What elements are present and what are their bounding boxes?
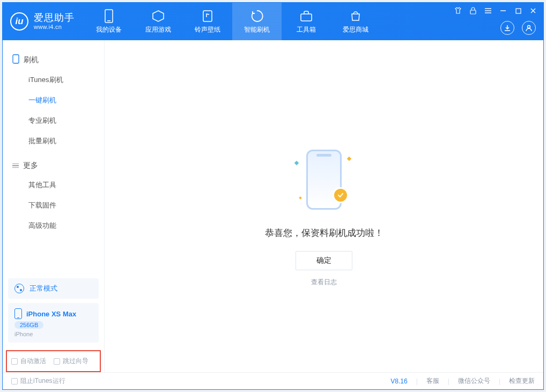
ringtone-icon	[201, 9, 215, 23]
phone-icon	[12, 54, 19, 65]
main-content: 恭喜您，保资料刷机成功啦！ 确定 查看日志	[105, 40, 543, 372]
checkmark-badge-icon	[333, 187, 349, 203]
lock-icon[interactable]	[468, 6, 478, 16]
link-check-update[interactable]: 检查更新	[509, 376, 535, 386]
sidebar: 刷机 iTunes刷机 一键刷机 专业刷机 批量刷机 更多 其他工具 下载固件 …	[3, 40, 105, 372]
checkbox-icon	[11, 378, 18, 384]
storage-badge: 256GB	[14, 321, 43, 329]
header-action-icons	[500, 21, 536, 35]
success-message: 恭喜您，保资料刷机成功啦！	[265, 227, 383, 239]
download-icon[interactable]	[500, 21, 514, 35]
tab-toolbox[interactable]: 工具箱	[282, 3, 331, 40]
statusbar: 阻止iTunes运行 V8.16 | 客服 | 微信公众号 | 检查更新	[3, 372, 543, 389]
checkbox-icon	[11, 358, 18, 365]
brand: iu 爱思助手 www.i4.cn	[3, 3, 84, 40]
sidebar-section-flash: 刷机 iTunes刷机 一键刷机 专业刷机 批量刷机	[3, 50, 104, 157]
tab-my-device[interactable]: 我的设备	[84, 3, 134, 40]
view-log-link[interactable]: 查看日志	[311, 278, 337, 287]
device-icon	[102, 9, 116, 23]
svg-rect-2	[203, 11, 212, 21]
flash-icon	[250, 9, 264, 23]
body: 刷机 iTunes刷机 一键刷机 专业刷机 批量刷机 更多 其他工具 下载固件 …	[3, 40, 543, 372]
sidebar-item-itunes-flash[interactable]: iTunes刷机	[3, 70, 104, 90]
sidebar-item-batch-flash[interactable]: 批量刷机	[3, 131, 104, 151]
menu-icon[interactable]	[483, 6, 493, 16]
sidebar-item-download-firmware[interactable]: 下载固件	[3, 195, 104, 216]
maximize-button[interactable]	[513, 6, 523, 16]
svg-point-6	[528, 26, 530, 28]
close-button[interactable]	[528, 6, 538, 16]
success-illustration	[281, 142, 367, 217]
device-small-icon	[14, 308, 22, 319]
tab-smart-flash[interactable]: 智能刷机	[232, 3, 282, 40]
minimize-button[interactable]	[498, 6, 508, 16]
version-label[interactable]: V8.16	[390, 378, 407, 385]
sidebar-item-oneclick-flash[interactable]: 一键刷机	[3, 90, 104, 110]
sidebar-item-advanced[interactable]: 高级功能	[3, 216, 104, 236]
device-card[interactable]: iPhone XS Max 256GB iPhone	[8, 303, 99, 343]
sidebar-header-flash: 刷机	[3, 50, 104, 70]
svg-rect-3	[301, 14, 312, 21]
device-name: iPhone XS Max	[26, 310, 76, 318]
svg-rect-5	[516, 9, 521, 13]
options-highlight-box: 自动激活 跳过向导	[6, 350, 101, 372]
sparkle-icon	[299, 196, 302, 199]
sparkle-icon	[347, 157, 351, 161]
main-tabs: 我的设备 应用游戏 铃声壁纸 智能刷机 工具箱 爱思商城	[84, 3, 380, 40]
tab-ringtone-wallpaper[interactable]: 铃声壁纸	[183, 3, 232, 40]
brand-subtitle: www.i4.cn	[34, 24, 75, 31]
checkbox-skip-guide[interactable]: 跳过向导	[54, 357, 88, 366]
brand-logo-icon: iu	[10, 12, 28, 31]
ok-button[interactable]: 确定	[296, 251, 352, 270]
menu-icon	[12, 164, 19, 168]
svg-rect-1	[107, 20, 110, 21]
sidebar-section-more: 更多 其他工具 下载固件 高级功能	[3, 157, 104, 241]
result-panel: 恭喜您，保资料刷机成功啦！ 确定 查看日志	[265, 142, 383, 287]
link-support[interactable]: 客服	[426, 376, 439, 386]
sidebar-bottom: 正常模式 iPhone XS Max 256GB iPhone	[3, 273, 104, 347]
tab-apps-games[interactable]: 应用游戏	[134, 3, 183, 40]
mode-icon	[14, 284, 24, 293]
checkbox-auto-activate[interactable]: 自动激活	[11, 357, 46, 366]
mode-card[interactable]: 正常模式	[8, 278, 99, 299]
user-icon[interactable]	[522, 21, 536, 35]
link-wechat[interactable]: 微信公众号	[458, 376, 490, 386]
svg-rect-7	[13, 55, 19, 63]
app-window: iu 爱思助手 www.i4.cn 我的设备 应用游戏 铃声壁纸 智能刷机	[2, 2, 544, 390]
tshirt-icon[interactable]	[453, 6, 463, 16]
sidebar-item-other-tools[interactable]: 其他工具	[3, 175, 104, 195]
toolbox-icon	[299, 9, 313, 23]
window-controls	[453, 6, 540, 16]
sidebar-item-pro-flash[interactable]: 专业刷机	[3, 110, 104, 131]
apps-icon	[151, 9, 165, 23]
brand-title: 爱思助手	[34, 12, 75, 24]
tab-store[interactable]: 爱思商城	[331, 3, 380, 40]
device-type: iPhone	[14, 331, 33, 337]
checkbox-icon	[54, 358, 60, 365]
sidebar-header-more: 更多	[3, 157, 104, 175]
sparkle-icon	[294, 161, 299, 165]
titlebar: iu 爱思助手 www.i4.cn 我的设备 应用游戏 铃声壁纸 智能刷机	[3, 3, 543, 40]
checkbox-block-itunes[interactable]: 阻止iTunes运行	[11, 376, 65, 386]
svg-rect-4	[470, 10, 476, 14]
store-icon	[349, 9, 363, 23]
mode-label: 正常模式	[29, 284, 57, 293]
